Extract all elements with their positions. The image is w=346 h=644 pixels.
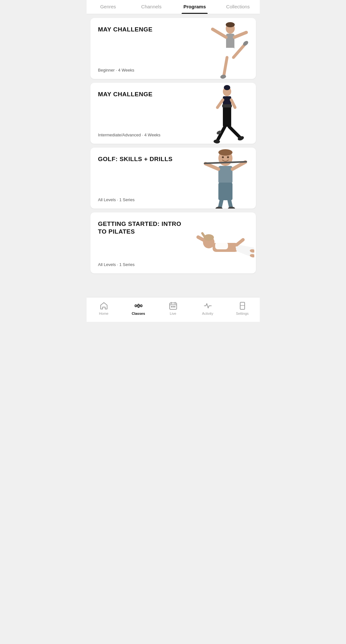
program-card[interactable]: MAY CHALLENGE Intermediate/Advanced · 4 …: [90, 83, 256, 144]
svg-rect-26: [218, 166, 232, 184]
svg-rect-46: [138, 304, 139, 307]
svg-rect-36: [215, 242, 228, 249]
svg-line-5: [224, 57, 227, 76]
nav-item-classes[interactable]: Classes: [121, 300, 156, 315]
card-image: [192, 83, 256, 144]
svg-rect-13: [223, 104, 231, 127]
svg-rect-12: [223, 96, 231, 105]
svg-point-24: [227, 156, 229, 158]
svg-point-9: [226, 22, 235, 27]
settings-icon: [238, 301, 247, 310]
classes-icon: [134, 301, 143, 310]
activity-icon: [203, 301, 212, 310]
nav-item-activity[interactable]: Activity: [190, 300, 225, 315]
svg-rect-1: [226, 34, 234, 50]
svg-line-27: [206, 164, 218, 169]
card-meta: Beginner · 4 Weeks: [98, 68, 187, 73]
svg-point-11: [224, 85, 230, 90]
svg-line-4: [234, 32, 246, 37]
program-card[interactable]: GETTING STARTED: INTRO TO PILATES All Le…: [90, 212, 256, 273]
svg-rect-55: [171, 306, 172, 307]
card-title: MAY CHALLENGE: [98, 90, 187, 98]
card-text: MAY CHALLENGE Beginner · 4 Weeks: [90, 18, 192, 79]
svg-rect-48: [140, 305, 142, 307]
svg-rect-58: [240, 302, 245, 309]
svg-rect-57: [174, 306, 175, 307]
svg-rect-56: [173, 306, 174, 307]
top-tab-bar: Genres Channels Programs Collections: [87, 0, 260, 14]
card-text: GOLF: SKILLS + DRILLS All Levels · 1 Ser…: [90, 148, 192, 209]
lunge-female-icon: [195, 84, 253, 144]
bottom-nav-bar: Home Classes: [87, 297, 260, 322]
card-meta: All Levels · 1 Series: [98, 197, 187, 202]
nav-label-settings: Settings: [236, 312, 249, 315]
card-meta: All Levels · 1 Series: [98, 262, 187, 267]
live-icon: [169, 301, 178, 310]
nav-label-live: Live: [170, 312, 176, 315]
svg-point-25: [218, 149, 232, 156]
card-title: GETTING STARTED: INTRO TO PILATES: [98, 220, 187, 236]
golf-male-icon: [193, 149, 254, 209]
nav-label-home: Home: [99, 312, 108, 315]
svg-line-28: [232, 162, 245, 169]
card-title: MAY CHALLENGE: [98, 26, 187, 33]
card-meta: Intermediate/Advanced · 4 Weeks: [98, 133, 187, 137]
svg-line-3: [213, 29, 226, 37]
program-list: MAY CHALLENGE Beginner · 4 Weeks: [87, 14, 260, 297]
svg-line-6: [233, 45, 245, 57]
nav-item-home[interactable]: Home: [87, 300, 121, 315]
nav-label-classes: Classes: [132, 312, 145, 315]
pilates-female-icon: [193, 214, 254, 273]
program-card[interactable]: GOLF: SKILLS + DRILLS All Levels · 1 Ser…: [90, 148, 256, 209]
card-image: [192, 18, 256, 79]
card-title: GOLF: SKILLS + DRILLS: [98, 155, 187, 163]
card-text: MAY CHALLENGE Intermediate/Advanced · 4 …: [90, 83, 192, 144]
tab-programs[interactable]: Programs: [173, 4, 216, 14]
tab-genres[interactable]: Genres: [87, 4, 130, 14]
home-icon: [99, 301, 108, 310]
nav-label-activity: Activity: [202, 312, 213, 315]
svg-line-42: [237, 240, 243, 245]
card-text: GETTING STARTED: INTRO TO PILATES All Le…: [90, 212, 192, 273]
card-image: [192, 148, 256, 209]
svg-rect-30: [218, 183, 232, 200]
tab-collections[interactable]: Collections: [216, 4, 260, 14]
svg-line-15: [217, 100, 223, 107]
nav-item-settings[interactable]: Settings: [225, 300, 260, 315]
svg-point-23: [222, 156, 224, 158]
program-card[interactable]: MAY CHALLENGE Beginner · 4 Weeks: [90, 18, 256, 79]
kickboxer-male-icon: [195, 20, 253, 79]
tab-channels[interactable]: Channels: [130, 4, 173, 14]
nav-item-live[interactable]: Live: [156, 300, 190, 315]
card-image: [192, 212, 256, 273]
svg-line-18: [229, 127, 240, 137]
svg-rect-14: [222, 104, 232, 107]
svg-rect-47: [135, 305, 137, 307]
